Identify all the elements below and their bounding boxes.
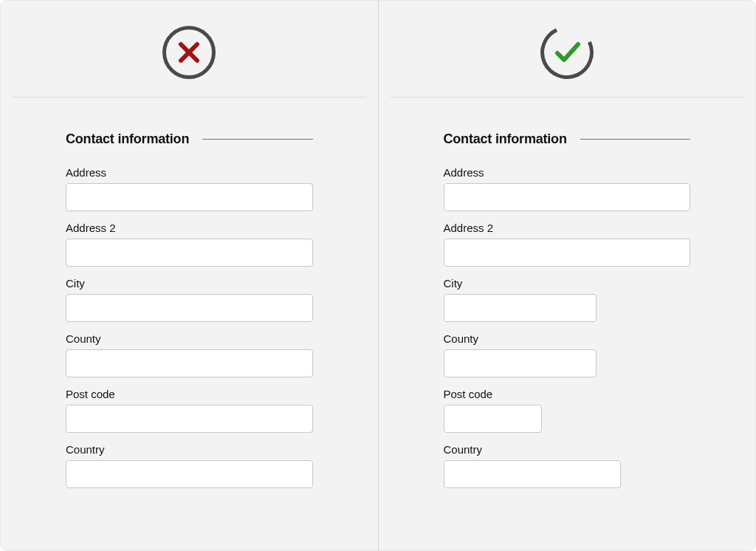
section-rule <box>580 139 690 140</box>
input-county[interactable] <box>66 349 313 377</box>
input-country[interactable] <box>444 460 622 488</box>
label-country: Country <box>66 443 313 456</box>
cross-mark-icon <box>176 39 202 66</box>
field-address: Address <box>444 166 691 211</box>
input-address[interactable] <box>444 183 691 211</box>
input-city[interactable] <box>66 294 313 322</box>
label-county: County <box>66 332 313 345</box>
label-address: Address <box>444 166 691 179</box>
comparison-frame: Contact information Address Address 2 Ci… <box>0 0 756 551</box>
panel-incorrect-header <box>1 1 378 97</box>
field-county: County <box>444 332 691 377</box>
section-title: Contact information <box>66 131 189 147</box>
field-address: Address <box>66 166 313 211</box>
label-county: County <box>444 332 691 345</box>
label-postcode: Post code <box>66 388 313 400</box>
field-county: County <box>66 332 313 377</box>
label-address: Address <box>66 166 313 179</box>
input-address2[interactable] <box>66 239 313 267</box>
input-city[interactable] <box>444 294 597 322</box>
field-country: Country <box>66 443 313 488</box>
check-icon <box>533 18 601 86</box>
input-address2[interactable] <box>444 239 691 267</box>
field-postcode: Post code <box>66 388 313 433</box>
label-address2: Address 2 <box>66 222 313 234</box>
section-title: Contact information <box>444 131 567 147</box>
input-postcode[interactable] <box>66 405 313 433</box>
section-heading-row: Contact information <box>66 131 313 147</box>
input-county[interactable] <box>444 349 597 377</box>
form-correct: Contact information Address Address 2 Ci… <box>379 97 756 521</box>
section-rule <box>202 139 312 140</box>
label-address2: Address 2 <box>444 222 691 234</box>
field-country: Country <box>444 443 691 488</box>
panel-incorrect: Contact information Address Address 2 Ci… <box>1 1 378 550</box>
label-city: City <box>444 277 691 290</box>
panel-correct-header <box>379 1 756 97</box>
cross-icon <box>162 26 216 79</box>
label-country: Country <box>444 443 691 456</box>
field-city: City <box>444 277 691 322</box>
section-heading-row: Contact information <box>444 131 691 147</box>
panel-correct: Contact information Address Address 2 Ci… <box>379 1 756 550</box>
field-city: City <box>66 277 313 322</box>
form-incorrect: Contact information Address Address 2 Ci… <box>1 97 378 521</box>
field-address2: Address 2 <box>444 222 691 267</box>
check-mark-icon <box>550 35 584 69</box>
field-address2: Address 2 <box>66 222 313 267</box>
label-postcode: Post code <box>444 388 691 400</box>
field-postcode: Post code <box>444 388 691 433</box>
label-city: City <box>66 277 313 290</box>
input-postcode[interactable] <box>444 405 543 433</box>
input-address[interactable] <box>66 183 313 211</box>
input-country[interactable] <box>66 460 313 488</box>
